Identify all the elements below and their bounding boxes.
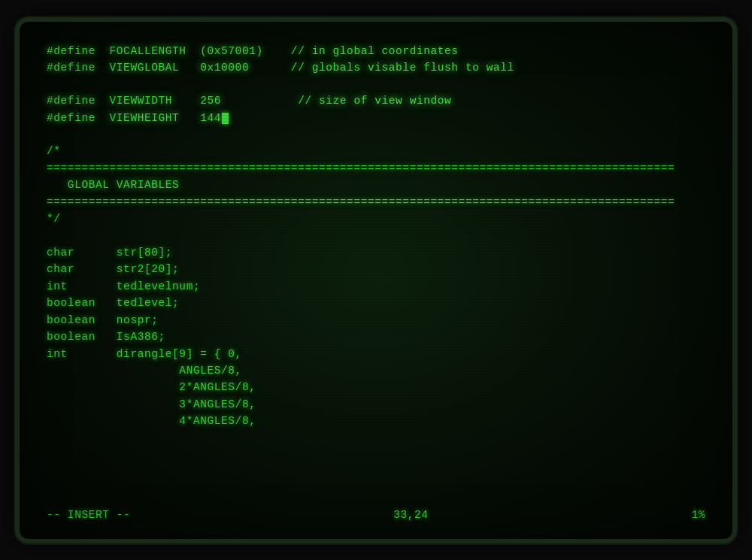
code-line-9: */	[47, 210, 705, 227]
file-percent: 1%	[691, 509, 705, 521]
text-cursor	[222, 113, 229, 124]
code-line-13: int tedlevelnum;	[47, 278, 705, 295]
code-line-11: char str[80];	[47, 244, 705, 261]
code-line-20: 3*ANGLES/8,	[47, 396, 705, 413]
code-line-4: #define VIEWWIDTH 256 // size of view wi…	[47, 92, 705, 109]
empty-line-2	[47, 126, 705, 143]
code-line-1: #define FOCALLENGTH (0x57001) // in glob…	[47, 43, 705, 59]
editor-mode: -- INSERT --	[47, 509, 130, 521]
separator-1: ========================================…	[47, 160, 705, 177]
screen-content: #define FOCALLENGTH (0x57001) // in glob…	[47, 43, 705, 504]
empty-line-3	[47, 228, 705, 244]
code-line-12: char str2[20];	[47, 261, 705, 277]
code-line-15: boolean nospr;	[47, 312, 705, 328]
code-line-18: ANGLES/8,	[47, 362, 705, 379]
code-line-16: boolean IsA386;	[47, 328, 705, 345]
code-line-21: 4*ANGLES/8,	[47, 413, 705, 429]
status-bar: -- INSERT -- 33,24 1%	[47, 507, 705, 521]
code-line-2: #define VIEWGLOBAL 0x10000 // globals vi…	[47, 59, 705, 76]
empty-line-1	[47, 76, 705, 92]
code-line-5: #define VIEWHEIGHT 144	[47, 110, 705, 126]
global-variables-label: GLOBAL VARIABLES	[47, 177, 705, 193]
separator-2: ========================================…	[47, 194, 705, 210]
code-line-17: int dirangle[9] = { 0,	[47, 346, 705, 362]
code-line-7: /*	[47, 143, 705, 159]
cursor-position: 33,24	[393, 509, 428, 521]
code-line-14: boolean tedlevel;	[47, 295, 705, 311]
monitor: #define FOCALLENGTH (0x57001) // in glob…	[15, 17, 737, 543]
code-line-19: 2*ANGLES/8,	[47, 379, 705, 395]
